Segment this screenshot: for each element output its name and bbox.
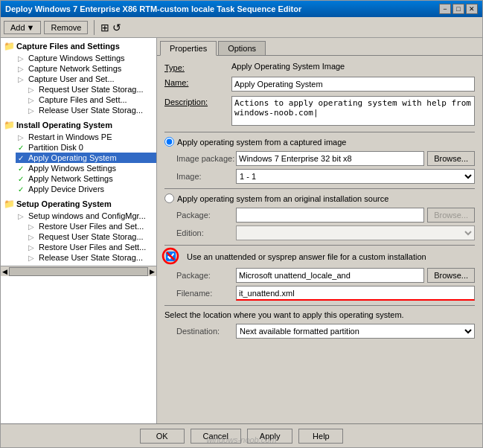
- pkg-input-group: Browse...: [236, 268, 475, 283]
- title-bar-buttons: − □ ✕: [439, 4, 478, 14]
- image-label: Image:: [176, 172, 236, 181]
- item-label: Apply Network Settings: [28, 174, 113, 183]
- item-apply-windows-settings[interactable]: ✓ Apply Windows Settings: [16, 163, 156, 173]
- left-panel: 📁 Capture Files and Settings ▷ Capture W…: [1, 38, 157, 423]
- item-icon: ▷: [16, 75, 26, 83]
- filename-input[interactable]: [236, 286, 475, 301]
- edition-select[interactable]: [236, 225, 475, 240]
- group-capture-header[interactable]: 📁 Capture Files and Settings: [1, 39, 156, 53]
- item-capture-user-set[interactable]: ▷ Capture User and Set...: [16, 74, 156, 84]
- item-icon: ▷: [26, 106, 36, 115]
- item-apply-device-drivers[interactable]: ✓ Apply Device Drivers: [16, 184, 156, 194]
- type-label: Type:: [164, 62, 231, 72]
- item-apply-network-settings[interactable]: ✓ Apply Network Settings: [16, 173, 156, 184]
- package-label: Package:: [176, 211, 236, 220]
- image-package-label: Image package:: [176, 154, 236, 163]
- group-install-header[interactable]: 📁 Install Operating System: [1, 118, 156, 132]
- browse-pkg-button[interactable]: Browse...: [427, 268, 475, 283]
- item-release-state-2[interactable]: ▷ Release User State Storag...: [26, 252, 156, 263]
- radio-original[interactable]: [164, 193, 174, 203]
- radio-captured-label: Apply operating system from a captured i…: [177, 138, 346, 147]
- close-button[interactable]: ✕: [466, 4, 478, 14]
- pkg-input[interactable]: [236, 268, 424, 283]
- group-capture: 📁 Capture Files and Settings ▷ Capture W…: [1, 39, 156, 115]
- item-capture-windows-settings[interactable]: ▷ Capture Windows Settings: [16, 53, 156, 63]
- edition-label: Edition:: [176, 228, 236, 237]
- package-input[interactable]: [236, 208, 424, 223]
- dropdown-arrow-icon: ▼: [27, 23, 35, 32]
- tabs-container: Properties Options: [157, 38, 482, 56]
- destination-select[interactable]: Next available formatted partition: [236, 324, 475, 339]
- item-setup-configmgr[interactable]: ▷ Setup windows and ConfigMgr...: [16, 211, 156, 221]
- sub-group-restore: ▷ Restore User Files and Set... ▷ Reques…: [16, 221, 156, 263]
- item-restore-user-files-2[interactable]: ▷ Restore User Files and Sett...: [26, 242, 156, 252]
- item-icon: ✓: [16, 185, 26, 193]
- item-release-state-1[interactable]: ▷ Release User State Storag...: [26, 105, 156, 115]
- maximize-button[interactable]: □: [452, 4, 464, 14]
- description-row: Description: Actions to apply operating …: [164, 96, 475, 127]
- tab-content-properties: Type: Apply Operating System Image Name:…: [157, 56, 482, 423]
- item-restore-user-files[interactable]: ▷ Restore User Files and Set...: [26, 221, 156, 231]
- folder-icon-install: 📁: [4, 120, 15, 130]
- add-label: Add: [10, 23, 25, 32]
- item-label: Capture Windows Settings: [28, 54, 125, 63]
- item-icon: ▷: [16, 54, 26, 63]
- cancel-button[interactable]: Cancel: [191, 429, 241, 444]
- remove-label: Remove: [51, 23, 81, 32]
- radio-captured[interactable]: [164, 137, 174, 147]
- ok-button[interactable]: OK: [140, 429, 185, 444]
- unattended-checkbox-row: Use an unattended or sysprep answer file…: [164, 250, 475, 263]
- item-icon: ▷: [26, 243, 36, 252]
- browse-package-button[interactable]: Browse...: [427, 208, 475, 223]
- right-panel: Properties Options Type: Apply Operating…: [157, 38, 482, 423]
- item-apply-os[interactable]: ✓ Apply Operating System: [16, 153, 156, 163]
- group-install-label: Install Operating System: [16, 121, 112, 129]
- main-window: Deploy Windows 7 Enterprise X86 RTM-cust…: [0, 0, 483, 448]
- image-package-input[interactable]: [236, 151, 424, 166]
- filename-label: Filename:: [176, 289, 236, 298]
- remove-button[interactable]: Remove: [44, 21, 88, 34]
- name-input[interactable]: [231, 77, 475, 92]
- description-input[interactable]: Actions to apply operating system with h…: [231, 96, 475, 126]
- description-label: Description:: [164, 96, 231, 106]
- tab-properties[interactable]: Properties: [160, 41, 217, 56]
- toolbar-icon-2[interactable]: ↺: [112, 22, 121, 33]
- scroll-right-icon[interactable]: ▶: [148, 268, 156, 275]
- item-partition-disk[interactable]: ✓ Partition Disk 0: [16, 142, 156, 153]
- divider-3: [164, 245, 475, 246]
- item-request-state-2[interactable]: ▷ Request User State Storag...: [26, 231, 156, 242]
- name-label: Name:: [164, 77, 231, 87]
- tab-options[interactable]: Options: [218, 41, 266, 55]
- item-icon: ▷: [26, 96, 36, 104]
- scrollbar-track[interactable]: [9, 267, 148, 276]
- item-request-state-1[interactable]: ▷ Request User State Storag...: [26, 84, 156, 95]
- image-select-container: 1 - 1: [236, 169, 475, 184]
- item-label: Release User State Storag...: [39, 106, 143, 115]
- item-label: Capture Network Settings: [28, 64, 121, 73]
- item-label: Capture Files and Sett...: [39, 95, 127, 104]
- item-capture-network-settings[interactable]: ▷ Capture Network Settings: [16, 63, 156, 74]
- minimize-button[interactable]: −: [439, 4, 451, 14]
- item-capture-files-sett[interactable]: ▷ Capture Files and Sett...: [26, 95, 156, 105]
- group-setup-header[interactable]: 📁 Setup Operating System: [1, 197, 156, 211]
- filename-row: Filename:: [164, 286, 475, 301]
- unattended-checkbox[interactable]: [166, 252, 176, 261]
- group-setup-children: ▷ Setup windows and ConfigMgr... ▷ Resto…: [1, 211, 156, 263]
- item-label: Restore User Files and Set...: [39, 222, 144, 231]
- folder-icon-setup: 📁: [4, 199, 15, 209]
- apply-button[interactable]: Apply: [247, 429, 293, 444]
- edition-select-container: [236, 225, 475, 240]
- scroll-left-icon[interactable]: ◀: [1, 268, 9, 275]
- left-scrollbar[interactable]: ◀ ▶: [1, 266, 156, 276]
- radio-captured-row: Apply operating system from a captured i…: [164, 137, 475, 147]
- item-restart-windows[interactable]: ▷ Restart in Windows PE: [16, 132, 156, 142]
- destination-select-container: Next available formatted partition: [236, 324, 475, 339]
- add-button[interactable]: Add ▼: [4, 21, 41, 34]
- title-bar: Deploy Windows 7 Enterprise X86 RTM-cust…: [1, 1, 482, 17]
- toolbar: Add ▼ Remove ⊞ ↺: [1, 17, 482, 38]
- package-row: Package: Browse...: [164, 208, 475, 223]
- image-select[interactable]: 1 - 1: [236, 169, 475, 184]
- browse-image-package-button[interactable]: Browse...: [427, 151, 475, 166]
- toolbar-icon-1[interactable]: ⊞: [100, 22, 109, 33]
- help-button[interactable]: Help: [298, 429, 343, 444]
